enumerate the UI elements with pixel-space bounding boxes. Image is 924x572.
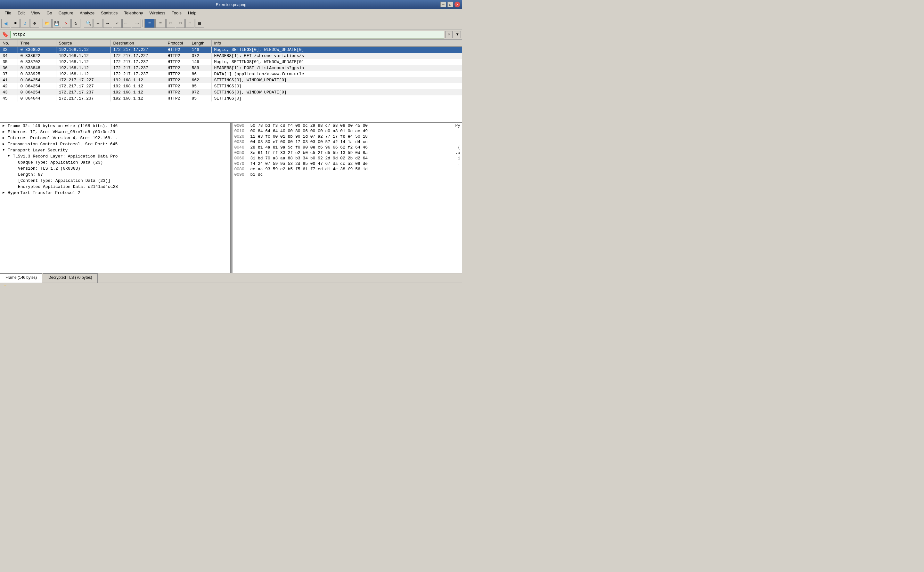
filter-dropdown-button[interactable]: ▼ — [454, 31, 461, 38]
detail-row[interactable]: ▶Ethernet II, Src: VMware_98:c7:a8 (00:0… — [0, 129, 230, 135]
reload-file-button[interactable]: ↻ — [72, 19, 80, 28]
expand-button[interactable]: ▦ — [195, 19, 204, 28]
zoom-out-button[interactable]: □ — [185, 19, 195, 28]
detail-row[interactable]: Encrypted Application Data: d2141ad4cc28 — [0, 184, 230, 190]
detail-text: Encrypted Application Data: d2141ad4cc28 — [18, 184, 118, 189]
zoom-in-button[interactable]: □ — [176, 19, 185, 28]
table-row[interactable]: 340.838622192.168.1.12172.217.17.227HTTP… — [0, 53, 462, 59]
detail-text: [Content Type: Application Data (23)] — [18, 178, 111, 183]
expand-arrow-icon: ▼ — [8, 154, 11, 158]
save-file-button[interactable]: 💾 — [52, 19, 61, 28]
detail-row[interactable]: Opaque Type: Application Data (23) — [0, 159, 230, 165]
table-row[interactable]: 410.864254172.217.17.227192.168.1.12HTTP… — [0, 77, 462, 83]
bottom-tab[interactable]: Decrypted TLS (70 bytes) — [43, 274, 98, 283]
go-first-button[interactable]: ↩ — [113, 19, 122, 28]
detail-row[interactable]: ▶HyperText Transfer Protocol 2 — [0, 190, 230, 196]
filter-icon: 🔖 — [1, 31, 9, 39]
col-destination[interactable]: Destination — [111, 40, 165, 47]
close-file-button[interactable]: ✕ — [62, 19, 71, 28]
menu-go[interactable]: Go — [43, 9, 55, 16]
menu-file[interactable]: File — [1, 9, 14, 16]
menu-statistics[interactable]: Statistics — [98, 9, 121, 16]
detail-text: Opaque Type: Application Data (23) — [18, 160, 103, 165]
bottom-tabs: Frame (146 bytes)Decrypted TLS (70 bytes… — [0, 273, 462, 283]
restart-capture-button[interactable]: ↺ — [20, 19, 30, 28]
auto-scroll-button[interactable]: ≡ — [155, 19, 165, 28]
window-title: Exercise.pcapng — [215, 2, 246, 7]
hex-dump-panel[interactable]: 000050 78 b3 f3 cd f4 00 0c 29 98 c7 a8 … — [232, 123, 463, 273]
minimize-button[interactable]: ─ — [440, 2, 446, 7]
status-stats: Packets: 1760 · Displayed: 115 (6.5%) Pr… — [364, 286, 460, 286]
filter-input[interactable]: http2 — [10, 31, 444, 39]
hex-row: 000050 78 b3 f3 cd f4 00 0c 29 98 c7 a8 … — [232, 123, 463, 128]
col-time[interactable]: Time — [18, 40, 56, 47]
bottom-tab[interactable]: Frame (146 bytes) — [0, 274, 42, 283]
col-info[interactable]: Info — [211, 40, 462, 47]
zoom-none-button[interactable]: □ — [166, 19, 175, 28]
hex-row: 003004 03 80 e7 00 00 17 03 03 00 57 d2 … — [232, 139, 463, 145]
stop-capture-button[interactable]: ■ — [11, 19, 20, 28]
detail-row[interactable]: ▼Transport Layer Security — [0, 147, 230, 153]
close-button[interactable]: ✕ — [455, 2, 460, 7]
detail-row[interactable]: [Content Type: Application Data (23)] — [0, 178, 230, 184]
expand-arrow-icon: ▶ — [3, 136, 6, 140]
table-row[interactable]: 320.836852192.168.1.12172.217.17.227HTTP… — [0, 47, 462, 53]
menu-tools[interactable]: Tools — [168, 9, 184, 16]
go-prev-button[interactable]: ←· — [122, 19, 131, 28]
hex-row: 00508e 61 1f ff 33 2f e2 b0 c5 2f d5 5b … — [232, 150, 463, 155]
detail-row[interactable]: ▶Transmission Control Protocol, Src Port… — [0, 141, 230, 147]
expand-arrow-icon: ▶ — [3, 142, 6, 146]
menu-view[interactable]: View — [28, 9, 43, 16]
maximize-button[interactable]: □ — [447, 2, 453, 7]
col-length[interactable]: Length — [189, 40, 211, 47]
packet-list[interactable]: No. Time Source Destination Protocol Len… — [0, 40, 462, 123]
detail-row[interactable]: ▼TLSv1.3 Record Layer: Application Data … — [0, 153, 230, 159]
detail-row[interactable]: Length: 87 — [0, 172, 230, 178]
expand-arrow-icon: ▶ — [3, 124, 6, 128]
packet-details-panel[interactable]: ▶Frame 32: 146 bytes on wire (1168 bits)… — [0, 123, 231, 273]
menu-edit[interactable]: Edit — [14, 9, 28, 16]
go-next-button[interactable]: ·→ — [132, 19, 141, 28]
detail-row[interactable]: ▶Frame 32: 146 bytes on wire (1168 bits)… — [0, 123, 230, 129]
find-button[interactable]: 🔍 — [84, 19, 93, 28]
detail-row[interactable]: Version: TLS 1.2 (0x0303) — [0, 165, 230, 172]
edit-icon: ✏ — [10, 286, 14, 286]
col-protocol[interactable]: Protocol — [165, 40, 189, 47]
capture-options-button[interactable]: ⚙ — [30, 19, 39, 28]
detail-text: Transmission Control Protocol, Src Port:… — [8, 142, 118, 147]
status-icon — [3, 286, 8, 286]
start-capture-button[interactable]: ◀ — [1, 19, 10, 28]
toolbar: ◀ ■ ↺ ⚙ 📂 💾 ✕ ↻ 🔍 ← → ↩ ←· ·→ ≡ ≡ □ □ □ … — [0, 17, 462, 30]
title-bar: Exercise.pcapng ─ □ ✕ — [0, 0, 462, 9]
menu-capture[interactable]: Capture — [55, 9, 76, 16]
table-row[interactable]: 450.864644172.217.17.237192.168.1.12HTTP… — [0, 95, 462, 101]
menu-bar: File Edit View Go Capture Analyze Statis… — [0, 9, 462, 17]
hex-row: 006031 bd 70 a3 aa 88 b3 34 b0 92 2d 9d … — [232, 155, 463, 161]
col-no[interactable]: No. — [0, 40, 18, 47]
table-row[interactable]: 350.838702192.168.1.12172.217.17.237HTTP… — [0, 59, 462, 65]
menu-analyze[interactable]: Analyze — [76, 9, 98, 16]
hex-row: 002011 e3 fc 00 01 bb 90 1d 07 a2 77 17 … — [232, 134, 463, 139]
hex-row: 001000 84 64 64 40 00 80 06 00 00 c0 a8 … — [232, 128, 463, 134]
detail-text: Length: 87 — [18, 172, 43, 177]
col-source[interactable]: Source — [56, 40, 111, 47]
forward-button[interactable]: → — [103, 19, 112, 28]
open-file-button[interactable]: 📂 — [43, 19, 51, 28]
menu-help[interactable]: Help — [185, 9, 200, 16]
detail-text: TLSv1.3 Record Layer: Application Data P… — [13, 154, 118, 159]
menu-wireless[interactable]: Wireless — [146, 9, 168, 16]
detail-text: HyperText Transfer Protocol 2 — [8, 190, 80, 195]
hex-row: 0080cc aa 93 59 c2 b5 f5 61 f7 ed d1 4e … — [232, 166, 463, 172]
detail-text: Version: TLS 1.2 (0x0303) — [18, 166, 80, 171]
filter-clear-button[interactable]: ✕ — [446, 31, 453, 38]
menu-telephony[interactable]: Telephony — [121, 9, 146, 16]
table-row[interactable]: 420.864254172.217.17.227192.168.1.12HTTP… — [0, 83, 462, 89]
status-bar: ✏ HyperText Transfer Protocol 2: Protoco… — [0, 283, 462, 286]
table-row[interactable]: 430.864254172.217.17.237192.168.1.12HTTP… — [0, 89, 462, 95]
table-row[interactable]: 370.838925192.168.1.12172.217.17.237HTTP… — [0, 71, 462, 77]
detail-row[interactable]: ▶Internet Protocol Version 4, Src: 192.1… — [0, 135, 230, 141]
window-controls: ─ □ ✕ — [440, 2, 460, 7]
back-button[interactable]: ← — [93, 19, 103, 28]
table-row[interactable]: 360.838848192.168.1.12172.217.17.237HTTP… — [0, 65, 462, 71]
colorize-button[interactable]: ≡ — [145, 19, 155, 28]
